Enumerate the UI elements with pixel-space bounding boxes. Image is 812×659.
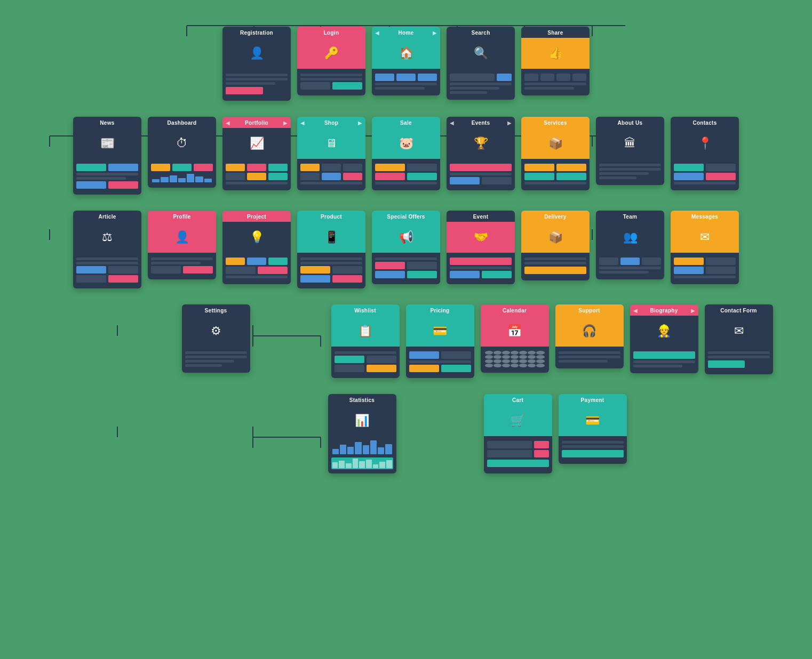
row-1: News 📰 Dashboard ⏱: [11, 117, 801, 195]
card-wishlist-header: Wishlist: [331, 304, 400, 316]
card-article[interactable]: Article ⚖: [73, 211, 141, 288]
card-event-hero: 🤝: [447, 222, 515, 253]
nav-right-icon: ▶: [358, 120, 362, 126]
card-calendar-body: [481, 347, 549, 373]
mock-box: [524, 74, 538, 81]
mock-row: [450, 74, 512, 81]
mock-line: [300, 78, 362, 81]
mock-line: [524, 83, 586, 85]
cart-icon: 🛒: [511, 415, 525, 427]
card-cart[interactable]: Cart 🛒: [484, 394, 552, 473]
card-news-label: News: [100, 120, 114, 126]
card-wishlist-body: [331, 347, 400, 378]
card-news[interactable]: News 📰: [73, 117, 141, 195]
card-messages-header: Messages: [671, 211, 739, 222]
card-delivery-header: Delivery: [521, 211, 590, 222]
gear-icon: ⚙: [211, 325, 221, 337]
card-home[interactable]: ◀ Home ▶ 🏠: [372, 27, 440, 95]
card-shop-header: ◀ Shop ▶: [297, 117, 365, 128]
card-delivery[interactable]: Delivery 📦: [521, 211, 590, 280]
card-portfolio-hero: 📈: [222, 128, 291, 159]
card-article-header: Article: [73, 211, 141, 222]
card-login[interactable]: Login 🔑: [297, 27, 365, 95]
card-portfolio[interactable]: ◀ Portfolio ▶ 📈: [222, 117, 291, 190]
card-payment[interactable]: Payment 💳: [559, 394, 627, 464]
card-team[interactable]: Team 👥: [596, 211, 664, 279]
card-project-header: Project: [222, 211, 291, 222]
card-article-body: [73, 253, 141, 288]
card-login-hero: 🔑: [297, 38, 365, 69]
payment-icon: 💳: [585, 415, 600, 427]
card-pricing[interactable]: Pricing 💳: [406, 304, 474, 378]
card-team-label: Team: [623, 214, 638, 220]
card-event-label: Event: [473, 214, 489, 220]
mock-line: [226, 74, 288, 76]
card-biography[interactable]: ◀ Biography ▶ 👷: [630, 304, 698, 373]
card-article-label: Article: [98, 214, 116, 220]
card-contact-form[interactable]: Contact Form ✉: [705, 304, 773, 374]
card-project[interactable]: Project 💡: [222, 211, 291, 284]
card-home-label: Home: [379, 30, 433, 36]
card-sale[interactable]: Sale 🐷: [372, 117, 440, 190]
mock-box: [572, 74, 586, 81]
card-pricing-label: Pricing: [431, 308, 450, 314]
card-special-offers-header: Special Offers: [372, 211, 440, 222]
card-pricing-body: [406, 347, 474, 378]
card-home-header: ◀ Home ▶: [372, 27, 440, 38]
card-biography-header: ◀ Biography ▶: [630, 304, 698, 316]
card-profile[interactable]: Profile 👤: [148, 211, 216, 279]
card-events-body: [447, 159, 515, 190]
mock-btn: [226, 87, 263, 94]
nav-left-icon: ◀: [633, 308, 638, 314]
card-services-body: [521, 159, 590, 190]
card-support[interactable]: Support 🎧: [555, 304, 624, 368]
card-settings[interactable]: Settings ⚙: [182, 304, 250, 373]
card-events[interactable]: ◀ Events ▶ 🏆: [447, 117, 515, 190]
card-messages-hero: ✉: [671, 222, 739, 253]
card-dashboard[interactable]: Dashboard ⏱: [148, 117, 216, 188]
row-2: Article ⚖ Profile 👤: [11, 211, 801, 288]
card-contacts[interactable]: Contacts 📍: [671, 117, 739, 190]
mock-box: [540, 74, 554, 81]
card-event[interactable]: Event 🤝: [447, 211, 515, 284]
megaphone-icon: 📢: [399, 231, 413, 243]
card-delivery-body: [521, 253, 590, 280]
card-search-label: Search: [471, 30, 490, 36]
card-delivery-hero: 📦: [521, 222, 590, 253]
card-search[interactable]: Search 🔍: [447, 27, 515, 100]
box-icon: 📦: [548, 138, 563, 149]
card-login-header: Login: [297, 27, 365, 38]
monitor-icon: 🖥: [325, 138, 337, 149]
chart-icon: 📈: [250, 138, 264, 149]
card-payment-label: Payment: [581, 397, 604, 403]
card-statistics[interactable]: Statistics 📊: [328, 394, 396, 473]
card-calendar-header: Calendar: [481, 304, 549, 316]
card-statistics-body: [328, 436, 396, 473]
card-messages-label: Messages: [691, 214, 718, 220]
card-special-offers[interactable]: Special Offers 📢: [372, 211, 440, 284]
card-login-body: [297, 69, 365, 95]
card-contacts-header: Contacts: [671, 117, 739, 128]
card-product[interactable]: Product 📱: [297, 211, 365, 288]
card-cart-body: [484, 436, 552, 473]
headset-icon: 🎧: [582, 325, 596, 337]
idea-icon: 💡: [250, 231, 264, 243]
row-4: Statistics 📊: [11, 394, 801, 473]
card-services[interactable]: Services 📦: [521, 117, 590, 190]
card-portfolio-body: [222, 159, 291, 190]
card-registration[interactable]: Registration 👤: [222, 27, 291, 101]
card-team-body: [596, 253, 664, 279]
card-share[interactable]: Share 👍: [521, 27, 590, 95]
card-wishlist[interactable]: Wishlist 📋: [331, 304, 400, 378]
card-biography-body: [630, 347, 698, 373]
card-share-header: Share: [521, 27, 590, 38]
card-events-header: ◀ Events ▶: [447, 117, 515, 128]
card-messages[interactable]: Messages ✉: [671, 211, 739, 284]
card-support-label: Support: [578, 308, 600, 314]
card-about[interactable]: About Us 🏛: [596, 117, 664, 185]
card-calendar-label: Calendar: [503, 308, 527, 314]
delivery-icon: 📦: [548, 231, 563, 243]
card-shop[interactable]: ◀ Shop ▶ 🖥: [297, 117, 365, 190]
card-calendar[interactable]: Calendar 📅: [481, 304, 549, 373]
card-contacts-hero: 📍: [671, 128, 739, 159]
